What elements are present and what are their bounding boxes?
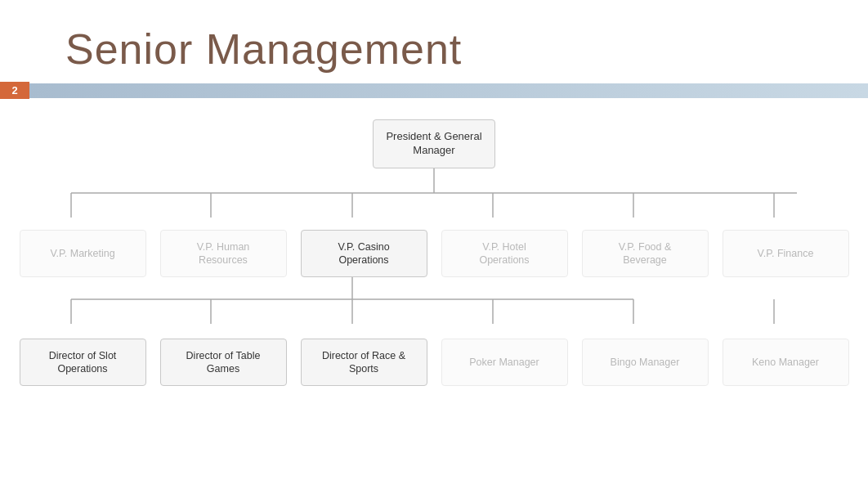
node-keno-mgr: Keno Manager xyxy=(723,339,849,386)
node-poker-mgr: Poker Manager xyxy=(441,339,568,386)
node-president: President & General Manager xyxy=(373,119,495,168)
org-chart: President & General Manager V.P. Marketi… xyxy=(0,107,868,467)
levels-container: President & General Manager V.P. Marketi… xyxy=(0,107,868,386)
node-dir-table: Director of Table Games xyxy=(160,339,287,386)
node-vp-hotel: V.P. Hotel Operations xyxy=(441,230,568,277)
node-vp-casino: V.P. Casino Operations xyxy=(301,230,427,277)
node-dir-race: Director of Race & Sports xyxy=(301,339,427,386)
node-dir-slot: Director of Slot Operations xyxy=(20,339,146,386)
progress-track xyxy=(29,83,868,98)
node-vp-marketing: V.P. Marketing xyxy=(20,230,146,277)
node-vp-finance: V.P. Finance xyxy=(723,230,849,277)
node-vp-hr: V.P. Human Resources xyxy=(160,230,287,277)
level-2-row: V.P. Marketing V.P. Human Resources V.P.… xyxy=(0,168,868,277)
node-vp-food: V.P. Food & Beverage xyxy=(582,230,709,277)
level-1-row: President & General Manager xyxy=(0,107,868,168)
progress-bar: 2 xyxy=(0,82,868,99)
progress-badge: 2 xyxy=(0,82,29,99)
node-bingo-mgr: Bingo Manager xyxy=(582,339,709,386)
page-title: Senior Management xyxy=(0,0,868,82)
level-3-row: Director of Slot Operations Director of … xyxy=(0,277,868,386)
